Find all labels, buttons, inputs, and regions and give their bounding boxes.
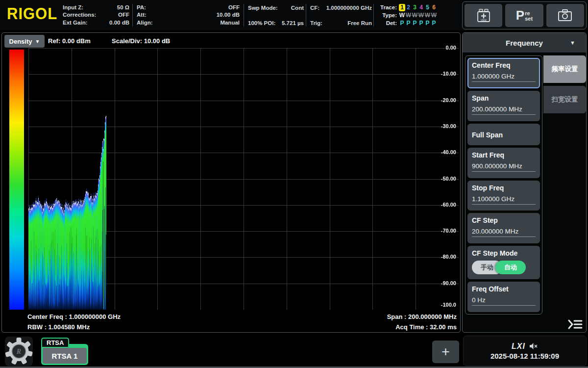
trace-3-indicator[interactable]: 3 xyxy=(412,3,418,11)
freq-offset-button[interactable]: Freq Offset 0 Hz xyxy=(467,282,540,312)
span-label: Span xyxy=(472,94,536,102)
tab-sweep-settings[interactable]: 扫宽设置 xyxy=(543,86,586,113)
cf-step-label: CF Step xyxy=(472,216,536,224)
cf-step-mode-button[interactable]: CF Step Mode 手动 自动 xyxy=(467,246,540,279)
screenshot-button[interactable] xyxy=(546,4,584,27)
preset-icon: P re set xyxy=(516,8,533,23)
task-name: RTSA 1 xyxy=(43,348,87,364)
type-label: Type: xyxy=(376,11,397,19)
trace-1-indicator[interactable]: 1 xyxy=(399,4,405,11)
trace-4-indicator[interactable]: 4 xyxy=(418,3,424,11)
separator xyxy=(244,4,244,26)
trace-indicator-block[interactable]: Trace: 1 2 3 4 5 6 Type: W W W W W W Det… xyxy=(376,3,461,27)
align-value: Manual xyxy=(158,19,240,26)
system-gear-button[interactable]: R xyxy=(5,337,33,366)
align-label: Align: xyxy=(137,19,153,26)
svg-text:R: R xyxy=(16,348,21,355)
spectrum-display-area: Density ▼ Ref: 0.00 dBm Scale/Div: 10.00… xyxy=(1,32,461,333)
corrections-value: OFF xyxy=(101,11,129,19)
start-freq-button[interactable]: Start Freq 900.000000 MHz xyxy=(467,148,540,178)
cf-value: 1.000000000 GHz xyxy=(324,4,372,12)
task-type-tag: RTSA xyxy=(41,338,69,347)
sweep-settings-section: Swp Mode:Cont 100% POI:5.721 µs xyxy=(248,4,304,27)
task-tab-active[interactable]: RTSA 1 xyxy=(41,344,88,365)
camera-icon xyxy=(557,8,573,23)
spectrum-density-plot xyxy=(28,48,459,310)
stop-freq-label: Stop Freq xyxy=(472,184,536,192)
full-span-button[interactable]: Full Span xyxy=(467,124,540,145)
att-label: Att: xyxy=(137,11,147,19)
swp-mode-value: Cont xyxy=(283,4,304,12)
start-freq-value: 900.000000 MHz xyxy=(472,162,536,172)
add-task-button[interactable]: + xyxy=(432,341,459,363)
cf-step-mode-toggle[interactable]: 手动 自动 xyxy=(472,261,536,274)
stop-freq-button[interactable]: Stop Freq 1.100000 GHz xyxy=(467,181,540,211)
trace-6-det: P xyxy=(431,19,437,27)
center-freq-annotation: Center Freq : 1.000000000 GHz xyxy=(27,313,121,320)
svg-text:VIEW: VIEW xyxy=(481,19,487,21)
cf-label: CF: xyxy=(310,4,319,12)
cf-step-button[interactable]: CF Step 20.000000 MHz xyxy=(467,213,540,243)
corrections-label: Corrections: xyxy=(63,11,96,19)
amplitude-settings-section: PA:OFF Att:10.00 dB Align:Manual xyxy=(137,4,240,26)
auto-option[interactable]: 自动 xyxy=(495,261,526,274)
trace-2-indicator[interactable]: 2 xyxy=(405,3,412,11)
cf-step-value: 20.000000 MHz xyxy=(472,228,536,237)
separator xyxy=(132,4,133,26)
input-z-value: 50 Ω xyxy=(88,4,129,11)
input-z-label: Input Z: xyxy=(63,4,83,11)
top-status-bar: RIGOL Input Z:50 Ω Corrections:OFF Ext G… xyxy=(0,0,588,30)
density-colorbar xyxy=(9,50,24,310)
preset-set-text: set xyxy=(525,16,533,22)
start-freq-label: Start Freq xyxy=(472,151,536,159)
trace-6-indicator[interactable]: 6 xyxy=(431,3,437,11)
span-button[interactable]: Span 200.000000 MHz xyxy=(467,91,540,121)
preset-re-text: re xyxy=(525,11,533,16)
rigol-logo: RIGOL xyxy=(7,5,57,24)
span-annotation: Span : 200.000000 MHz xyxy=(387,313,457,320)
menu-title: Frequency xyxy=(506,39,543,47)
function-menu-panel: Frequency ▼ Center Freq 1.000000 GHz Spa… xyxy=(462,32,587,333)
swp-mode-label: Swp Mode: xyxy=(248,4,278,12)
chevron-down-icon: ▼ xyxy=(35,39,40,44)
att-value: 10.00 dB xyxy=(151,11,240,19)
det-label: Det: xyxy=(376,19,397,27)
trace-mode-dropdown[interactable]: Density ▼ xyxy=(4,35,45,48)
menu-expand-icon[interactable] xyxy=(566,317,584,331)
trace-mode-label: Density xyxy=(9,38,32,45)
speaker-muted-icon xyxy=(529,342,538,350)
full-span-label: Full Span xyxy=(472,131,503,139)
trace-2-det: P xyxy=(405,19,412,27)
trace-3-det: P xyxy=(412,19,418,27)
separator xyxy=(373,4,374,26)
trace-5-indicator[interactable]: 5 xyxy=(424,3,431,11)
pa-label: PA: xyxy=(137,4,146,11)
rtsa-task-group[interactable]: RTSA RTSA 1 xyxy=(41,338,88,365)
stop-freq-value: 1.100000 GHz xyxy=(472,195,536,205)
gear-icon: R xyxy=(5,337,33,366)
trig-label: Trig: xyxy=(310,20,322,27)
menu-title-dropdown[interactable]: Frequency ▼ xyxy=(463,33,586,53)
trace-5-det: P xyxy=(424,19,431,27)
preset-p-letter: P xyxy=(516,8,524,23)
rbw-annotation: RBW : 1.004580 MHz xyxy=(27,323,90,331)
trace-4-type: W xyxy=(418,11,424,19)
acq-time-annotation: Acq Time : 32.00 ms xyxy=(395,323,457,331)
pa-value: OFF xyxy=(151,4,240,11)
tab-frequency-settings[interactable]: 频率设置 xyxy=(543,55,586,83)
input-settings-section: Input Z:50 Ω Corrections:OFF Ext Gain:0.… xyxy=(63,4,129,26)
cf-trig-section: CF:1.000000000 GHz Trig:Free Run xyxy=(310,4,372,27)
center-freq-value: 1.000000 GHz xyxy=(472,73,536,82)
multiview-add-icon: VIEW xyxy=(475,8,492,24)
graticule-area: 0.00-10.00-20.00-30.00-40.00-50.00-60.00… xyxy=(28,48,459,310)
span-value: 200.000000 MHz xyxy=(472,105,536,115)
ext-gain-label: Ext Gain: xyxy=(63,19,87,26)
trace-1-type: W xyxy=(399,11,405,19)
ref-level-readout: Ref: 0.00 dBm xyxy=(48,37,91,45)
ext-gain-value: 0.00 dB xyxy=(92,19,129,26)
preset-button[interactable]: P re set xyxy=(505,4,543,27)
center-freq-button[interactable]: Center Freq 1.000000 GHz xyxy=(467,58,540,88)
system-status-box[interactable]: LXI 2025-08-12 11:59:09 xyxy=(463,336,587,366)
multiview-button[interactable]: VIEW xyxy=(465,4,502,27)
trace-1-det: P xyxy=(399,19,405,27)
